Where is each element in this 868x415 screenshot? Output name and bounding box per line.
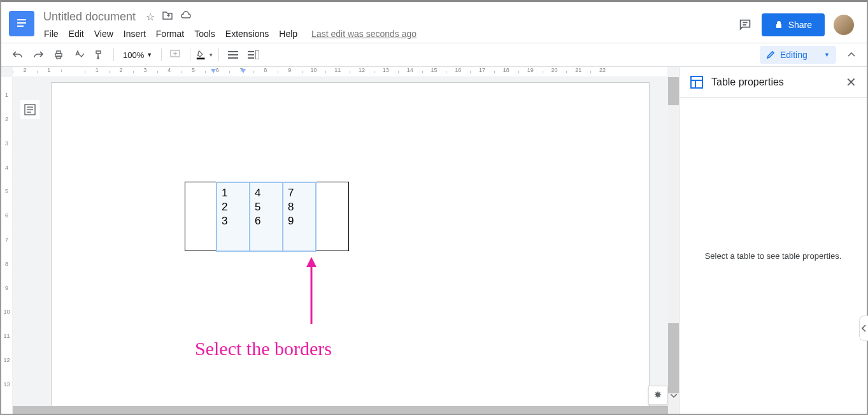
close-panel-button[interactable]: ✕ (846, 75, 857, 90)
table-cell[interactable]: 123 (217, 182, 250, 251)
paint-format-button[interactable] (90, 46, 108, 64)
share-button[interactable]: Share (762, 13, 825, 36)
menu-insert[interactable]: Insert (119, 26, 150, 41)
explore-button[interactable] (648, 386, 667, 405)
app-header: Untitled document ☆ File Edit View Inser… (1, 2, 867, 43)
last-edit-link[interactable]: Last edit was seconds ago (307, 26, 421, 41)
docs-logo-icon[interactable] (9, 11, 34, 36)
menu-extensions[interactable]: Extensions (221, 26, 273, 41)
lock-icon (774, 20, 783, 29)
collapse-toolbar-button[interactable] (844, 46, 859, 64)
move-icon[interactable] (162, 11, 173, 23)
svg-rect-24 (691, 76, 702, 88)
table-rows-button[interactable] (224, 46, 242, 64)
table-icon (690, 75, 704, 89)
horizontal-ruler[interactable]: 2112345678910111213141516171819202122 (13, 67, 667, 77)
indent-marker-right[interactable] (241, 68, 246, 75)
spellcheck-button[interactable] (70, 46, 88, 64)
svg-rect-3 (17, 25, 24, 27)
menu-format[interactable]: Format (152, 26, 189, 41)
vertical-ruler[interactable]: 12345678910111213 (1, 77, 13, 414)
outline-toggle-button[interactable] (20, 100, 39, 119)
svg-rect-2 (17, 22, 26, 24)
menu-edit[interactable]: Edit (64, 26, 89, 41)
table-properties-panel: Table properties ✕ Select a table to see… (679, 67, 867, 414)
menu-view[interactable]: View (90, 26, 118, 41)
side-panel-message: Select a table to see table properties. (705, 251, 842, 261)
zoom-value: 100% (123, 50, 144, 60)
table-cell[interactable] (316, 182, 349, 251)
vertical-scrollbar[interactable] (668, 77, 679, 414)
print-button[interactable] (50, 46, 68, 64)
menu-file[interactable]: File (39, 26, 63, 41)
svg-rect-17 (255, 50, 259, 59)
horizontal-scrollbar[interactable] (13, 406, 668, 414)
editing-mode-label: Editing (780, 50, 808, 60)
account-avatar[interactable] (834, 15, 854, 35)
redo-button[interactable] (29, 46, 47, 64)
menu-tools[interactable]: Tools (190, 26, 220, 41)
add-comment-button[interactable] (167, 46, 185, 64)
star-icon[interactable]: ☆ (146, 11, 155, 23)
zoom-dropdown[interactable]: 100% ▼ (119, 50, 156, 60)
chevron-down-icon: ▼ (824, 52, 830, 58)
table-cell[interactable]: 789 (283, 182, 316, 251)
table-cell[interactable] (185, 182, 217, 251)
svg-marker-23 (306, 257, 317, 267)
side-panel-title: Table properties (711, 76, 838, 88)
svg-rect-7 (57, 51, 60, 54)
menu-bar: File Edit View Insert Format Tools Exten… (39, 26, 737, 41)
annotation-arrow-icon (306, 257, 325, 327)
cloud-status-icon[interactable] (180, 11, 192, 23)
highlight-color-button[interactable]: ▼ (196, 46, 213, 64)
chevron-down-icon: ▼ (146, 52, 152, 58)
scroll-down-arrow[interactable] (669, 387, 678, 405)
comment-history-icon[interactable] (737, 17, 753, 33)
editing-mode-dropdown[interactable]: Editing ▼ (760, 46, 836, 64)
title-area: Untitled document ☆ File Edit View Inser… (39, 9, 737, 41)
svg-rect-1 (17, 19, 26, 20)
annotation-text: Select the borders (195, 338, 332, 360)
side-panel-expand-tab[interactable] (859, 316, 868, 341)
document-title[interactable]: Untitled document (39, 9, 139, 25)
svg-rect-8 (57, 56, 60, 59)
share-label: Share (788, 20, 812, 30)
undo-button[interactable] (9, 46, 27, 64)
menu-help[interactable]: Help (274, 26, 302, 41)
table-cell[interactable]: 456 (250, 182, 283, 251)
pencil-icon (766, 50, 775, 59)
table-options-button[interactable] (245, 46, 262, 64)
document-area: 2112345678910111213141516171819202122 12… (1, 67, 679, 414)
toolbar: 100% ▼ ▼ Editing ▼ (1, 43, 867, 67)
indent-marker-left[interactable] (211, 68, 216, 75)
document-page[interactable]: 123456789 Select the borders (51, 82, 650, 414)
svg-rect-10 (197, 58, 205, 60)
document-table[interactable]: 123456789 (185, 182, 349, 251)
